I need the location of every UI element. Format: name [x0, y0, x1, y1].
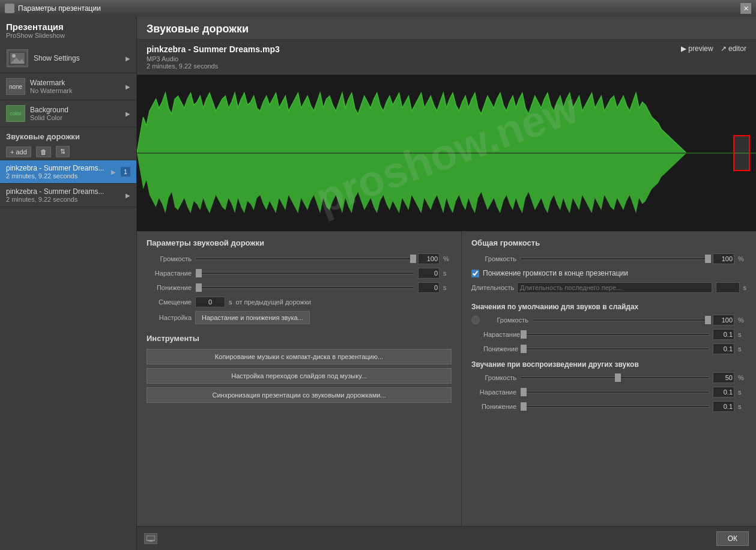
- fade-out-unit: s: [443, 284, 452, 291]
- other-fadein-handle[interactable]: [521, 388, 527, 396]
- volume-value[interactable]: 100: [418, 253, 440, 264]
- fade-settings-button[interactable]: Нарастание и понижения звука...: [195, 311, 310, 324]
- slide-fadein-slider[interactable]: [520, 330, 709, 339]
- editor-button[interactable]: ↗ editor: [721, 44, 746, 53]
- slide-volume-value[interactable]: 100: [713, 315, 734, 325]
- track-format: MP3 Audio: [147, 55, 280, 62]
- slide-fadeout-label: Понижение: [471, 345, 516, 352]
- waveform-container[interactable]: proshow.new: [137, 75, 756, 231]
- show-settings-title: Show Settings: [34, 54, 123, 62]
- other-volume-label: Громкость: [471, 374, 516, 381]
- background-arrow: ▶: [125, 110, 130, 117]
- track-1-number: 1: [121, 167, 130, 177]
- slide-fadein-label: Нарастание: [471, 331, 516, 338]
- other-volume-slider[interactable]: [520, 373, 709, 382]
- sync-button[interactable]: Синхронизация презентации со звуковыми д…: [147, 387, 452, 403]
- other-volume-row: Громкость 50 %: [471, 372, 746, 383]
- slide-fadeout-slider[interactable]: [520, 344, 709, 354]
- fade-out-slider[interactable]: [195, 283, 414, 292]
- slide-transitions-button[interactable]: Настройка переходов слайдов под музыку..…: [147, 368, 452, 384]
- duration-unit: s: [743, 284, 747, 291]
- track-1-arrow: ▶: [111, 169, 116, 175]
- move-track-button[interactable]: ⇅: [56, 146, 70, 157]
- background-sub: Solid Color: [30, 114, 123, 121]
- slide-volume-handle[interactable]: [705, 316, 711, 324]
- delete-track-button[interactable]: 🗑: [36, 147, 51, 157]
- duration-input[interactable]: [517, 282, 712, 293]
- other-fadein-row: Нарастание 0.1 s: [471, 387, 746, 397]
- copy-cd-button[interactable]: Копирование музыки с компакт-диска в пре…: [147, 349, 452, 364]
- monitor-icon: [147, 536, 155, 542]
- watermark-badge: none: [6, 78, 25, 95]
- other-sounds-title: Звучание при воспроизведении других звук…: [471, 360, 746, 369]
- fade-in-slider[interactable]: [195, 268, 414, 278]
- preview-button[interactable]: ▶ preview: [681, 44, 713, 53]
- content-area: Звуковые дорожки pinkzebra - Summer Drea…: [137, 17, 756, 550]
- overall-volume-handle[interactable]: [705, 255, 711, 263]
- ok-button[interactable]: ОК: [716, 531, 749, 546]
- offset-input[interactable]: [195, 297, 225, 307]
- tools-panel: Инструменты Копирование музыки с компакт…: [147, 334, 452, 403]
- slide-fadeout-handle[interactable]: [521, 345, 527, 353]
- settings-label: Настройка: [147, 314, 192, 321]
- add-track-button[interactable]: + add: [6, 147, 31, 157]
- slide-fadein-handle[interactable]: [521, 330, 527, 339]
- fade-out-row: Понижение 0 s: [147, 282, 452, 293]
- show-settings-texts: Show Settings: [34, 54, 123, 62]
- other-fadeout-slider[interactable]: [520, 402, 709, 411]
- thumb-image-icon: [9, 52, 26, 65]
- other-volume-value[interactable]: 50: [713, 372, 734, 383]
- fade-in-label: Нарастание: [147, 270, 192, 277]
- other-volume-handle[interactable]: [615, 373, 621, 382]
- slide-fadeout-value[interactable]: 0.1: [713, 343, 734, 354]
- offset-unit: s: [229, 298, 232, 306]
- slide-volume-slider[interactable]: [532, 315, 709, 325]
- volume-handle[interactable]: [410, 255, 416, 263]
- duration-label: Длительность: [471, 284, 513, 291]
- sidebar-item-background[interactable]: color Background Solid Color ▶: [0, 100, 136, 127]
- bottom-bar: ОК: [137, 526, 756, 550]
- track-2-name: pinkzebra - Summer Dreams...: [6, 187, 104, 196]
- track-duration: 2 minutes, 9.22 seconds: [147, 62, 280, 70]
- other-fadein-unit: s: [738, 388, 746, 396]
- sidebar-item-show-settings[interactable]: Show Settings ▶: [0, 44, 136, 73]
- slide-fadein-row: Нарастание 0.1 s: [471, 329, 746, 340]
- track-1-duration: 2 minutes, 9.22 seconds: [6, 172, 104, 180]
- volume-slider[interactable]: [195, 254, 414, 264]
- other-fadein-value[interactable]: 0.1: [713, 387, 734, 397]
- slide-volume-row: Громкость 100 %: [471, 315, 746, 325]
- other-fadeout-value[interactable]: 0.1: [713, 401, 734, 412]
- fade-end-label[interactable]: Понижение громкости в конце презентации: [483, 269, 628, 277]
- overall-volume-row: Громкость 100 %: [471, 253, 746, 264]
- fade-end-row: Понижение громкости в конце презентации: [471, 269, 746, 277]
- other-fadeout-handle[interactable]: [521, 402, 527, 411]
- other-fadein-slider[interactable]: [520, 387, 709, 397]
- sidebar-item-watermark[interactable]: none Watermark No Watermark ▶: [0, 73, 136, 100]
- bottom-icon-left[interactable]: [144, 533, 157, 544]
- fade-in-handle[interactable]: [196, 269, 202, 277]
- slide-fadein-value[interactable]: 0.1: [713, 329, 734, 340]
- track-info-bar: pinkzebra - Summer Dreams.mp3 MP3 Audio …: [137, 40, 756, 75]
- audio-track-1[interactable]: pinkzebra - Summer Dreams... 2 minutes, …: [0, 160, 136, 184]
- watermark-title: Watermark: [30, 79, 123, 87]
- fade-out-handle[interactable]: [196, 283, 202, 292]
- fade-in-value[interactable]: 0: [418, 268, 440, 279]
- background-badge: color: [6, 105, 25, 122]
- track-params-title: Параметры звуковой дорожки: [147, 238, 452, 247]
- slide-sounds-title: Значения по умолчанию для звуков в слайд…: [471, 303, 746, 311]
- slide-fadein-unit: s: [738, 331, 746, 338]
- other-fadein-label: Нарастание: [471, 388, 516, 396]
- fade-end-checkbox[interactable]: [471, 270, 479, 277]
- sidebar: Презентация ProShow Slideshow Show Setti…: [0, 17, 137, 550]
- audio-track-2[interactable]: pinkzebra - Summer Dreams... 2 minutes, …: [0, 184, 136, 207]
- overall-volume-slider[interactable]: [520, 254, 709, 264]
- left-panel: Параметры звуковой дорожки Громкость 100…: [137, 231, 462, 526]
- overall-volume-value[interactable]: 100: [713, 253, 734, 264]
- fade-out-value[interactable]: 0: [418, 282, 440, 293]
- app-subtitle: ProShow Slideshow: [6, 32, 130, 39]
- app-icon: [5, 4, 14, 13]
- settings-row: Настройка Нарастание и понижения звука..…: [147, 311, 452, 324]
- overall-volume-label: Громкость: [471, 255, 516, 262]
- close-button[interactable]: ✕: [740, 3, 751, 14]
- watermark-sub: No Watermark: [30, 87, 123, 94]
